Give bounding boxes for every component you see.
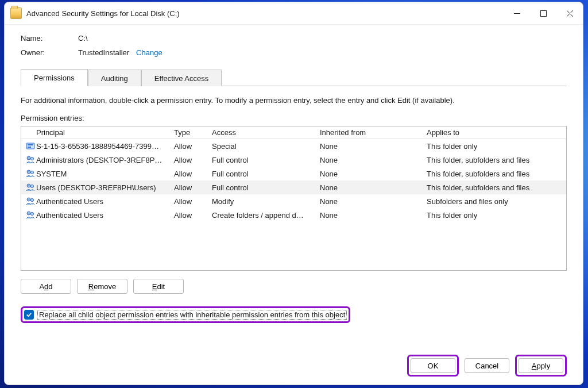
tab-auditing[interactable]: Auditing [88,70,141,86]
list-label: Permission entries: [21,114,567,122]
cancel-button[interactable]: Cancel [465,358,509,373]
group-icon [25,155,36,164]
cell-applies: This folder, subfolders and files [427,170,563,178]
action-row: Add Remove Edit [21,279,567,294]
dialog-window: Advanced Security Settings for Local Dis… [4,2,583,385]
ok-button[interactable]: OK [411,358,455,373]
annotation-ok: OK [407,355,459,377]
cell-applies: This folder, subfolders and files [427,156,563,164]
cell-inherited: None [320,142,427,151]
cell-principal: Administrators (DESKTOP-3REF8P… [36,156,174,164]
cell-applies: This folder only [427,211,563,220]
cell-access: Special [212,142,320,151]
cell-principal: Users (DESKTOP-3REF8PH\Users) [36,183,174,192]
cell-type: Allow [174,170,212,178]
cell-inherited: None [320,156,427,164]
table-row[interactable]: SYSTEMAllowFull controlNoneThis folder, … [21,167,566,180]
name-value: C:\ [78,34,88,43]
window-title: Advanced Security Settings for Local Dis… [26,9,180,18]
cell-principal: Authenticated Users [36,211,174,220]
group-icon [25,183,36,192]
titlebar: Advanced Security Settings for Local Dis… [5,2,583,25]
col-access[interactable]: Access [212,128,320,137]
edit-button[interactable]: Edit [133,279,184,294]
group-icon [25,169,36,178]
col-type[interactable]: Type [174,128,212,137]
cell-type: Allow [174,156,212,164]
dialog-buttons: OK Cancel Apply [21,344,567,377]
cell-applies: Subfolders and files only [427,197,563,206]
name-label: Name: [21,34,78,43]
cell-principal: Authenticated Users [36,197,174,206]
cell-inherited: None [320,183,427,192]
close-button[interactable] [556,2,583,24]
owner-row: Owner: TrustedInstaller Change [21,48,567,57]
sid-icon [25,141,36,151]
table-header: Principal Type Access Inherited from App… [21,126,566,139]
group-icon [25,197,36,206]
tab-effective[interactable]: Effective Access [141,70,222,86]
group-icon [25,210,36,220]
table-row[interactable]: S-1-15-3-65536-1888954469-7399…AllowSpec… [21,139,566,153]
cell-access: Full control [212,170,320,178]
permission-table: Principal Type Access Inherited from App… [21,126,567,271]
change-owner-link[interactable]: Change [136,48,163,57]
cell-access: Full control [212,156,320,164]
maximize-button[interactable] [530,2,556,24]
cell-inherited: None [320,197,427,206]
owner-value: TrustedInstaller [78,48,129,57]
svg-rect-0 [540,10,546,16]
table-row[interactable]: Authenticated UsersAllowCreate folders /… [21,208,566,222]
cell-type: Allow [174,197,212,206]
name-row: Name: C:\ [21,34,567,43]
minimize-button[interactable] [504,2,530,24]
col-principal[interactable]: Principal [36,128,174,137]
client-area: Name: C:\ Owner: TrustedInstaller Change… [5,25,583,385]
table-row[interactable]: Authenticated UsersAllowModifyNoneSubfol… [21,194,566,208]
replace-children-checkbox[interactable] [24,310,34,320]
cell-type: Allow [174,142,212,151]
annotation-checkbox: Replace all child object permission entr… [21,306,350,323]
replace-children-label: Replace all child object permission entr… [37,310,347,320]
table-row[interactable]: Administrators (DESKTOP-3REF8P…AllowFull… [21,153,566,167]
cell-type: Allow [174,211,212,220]
cell-inherited: None [320,170,427,178]
apply-button[interactable]: Apply [519,358,563,373]
info-text: For additional information, double-click… [21,95,567,106]
add-button[interactable]: Add [21,279,71,294]
tab-permissions[interactable]: Permissions [21,69,88,86]
cell-principal: SYSTEM [36,170,174,178]
cell-type: Allow [174,183,212,192]
cell-access: Create folders / append d… [212,211,320,220]
cell-access: Modify [212,197,320,206]
cell-principal: S-1-15-3-65536-1888954469-7399… [36,142,174,151]
tabstrip: Permissions Auditing Effective Access [21,68,567,86]
annotation-apply: Apply [515,355,567,377]
owner-label: Owner: [21,48,78,57]
cell-applies: This folder only [427,142,563,151]
tab-body: For additional information, double-click… [21,86,567,377]
col-inherited[interactable]: Inherited from [320,128,427,137]
cell-applies: This folder, subfolders and files [427,183,563,192]
col-applies[interactable]: Applies to [427,128,563,137]
remove-button[interactable]: Remove [77,279,127,294]
folder-icon [10,7,22,19]
cell-access: Full control [212,183,320,192]
table-body: S-1-15-3-65536-1888954469-7399…AllowSpec… [21,139,566,222]
table-row[interactable]: Users (DESKTOP-3REF8PH\Users)AllowFull c… [21,180,566,194]
cell-inherited: None [320,211,427,220]
